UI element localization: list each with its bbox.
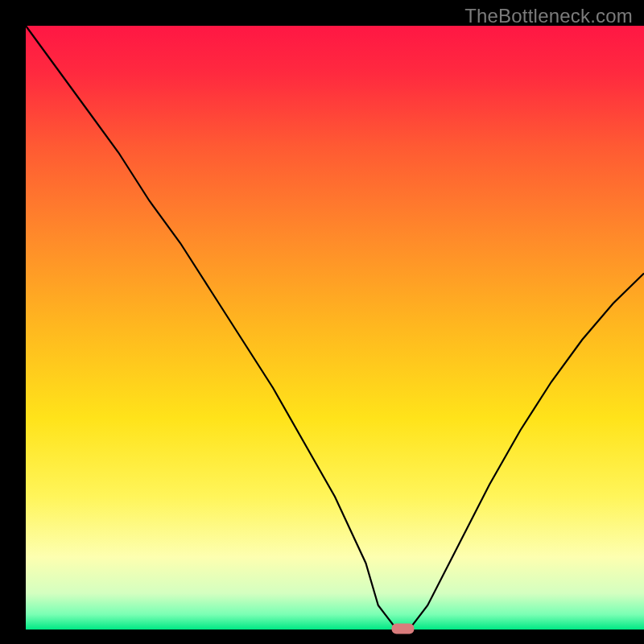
- chart-plot-area: [26, 26, 644, 630]
- minimum-marker: [391, 624, 414, 634]
- chart-container: TheBottleneck.com: [0, 0, 644, 644]
- bottleneck-chart: [0, 0, 644, 644]
- watermark-label: TheBottleneck.com: [464, 5, 633, 27]
